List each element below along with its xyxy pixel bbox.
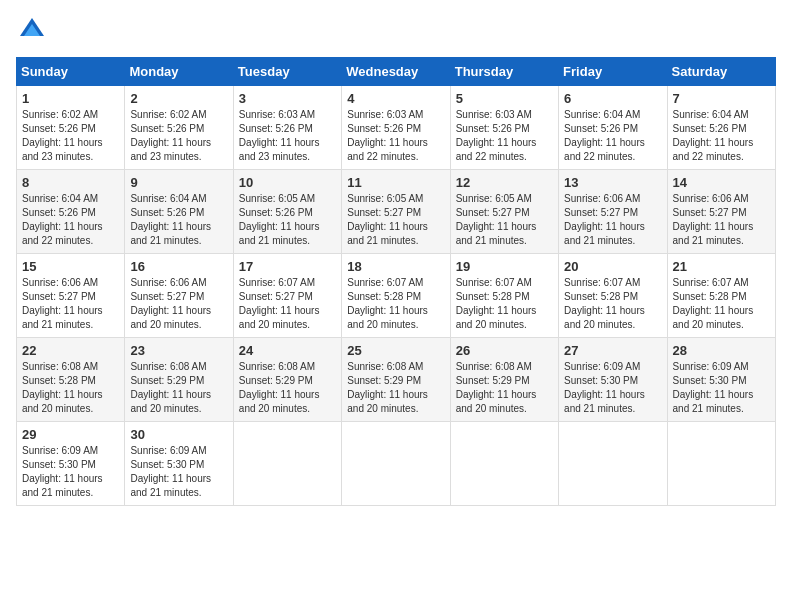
day-cell: 23Sunrise: 6:08 AMSunset: 5:29 PMDayligh… [125,338,233,422]
day-number: 28 [673,343,770,358]
day-cell: 28Sunrise: 6:09 AMSunset: 5:30 PMDayligh… [667,338,775,422]
day-cell: 1Sunrise: 6:02 AMSunset: 5:26 PMDaylight… [17,86,125,170]
day-info: Sunrise: 6:07 AMSunset: 5:28 PMDaylight:… [564,276,661,332]
day-number: 12 [456,175,553,190]
day-cell: 16Sunrise: 6:06 AMSunset: 5:27 PMDayligh… [125,254,233,338]
day-cell: 19Sunrise: 6:07 AMSunset: 5:28 PMDayligh… [450,254,558,338]
logo-text [16,16,46,49]
day-info: Sunrise: 6:09 AMSunset: 5:30 PMDaylight:… [130,444,227,500]
day-number: 23 [130,343,227,358]
day-info: Sunrise: 6:04 AMSunset: 5:26 PMDaylight:… [673,108,770,164]
day-number: 17 [239,259,336,274]
day-number: 22 [22,343,119,358]
day-info: Sunrise: 6:04 AMSunset: 5:26 PMDaylight:… [564,108,661,164]
header-row: SundayMondayTuesdayWednesdayThursdayFrid… [17,58,776,86]
day-number: 6 [564,91,661,106]
week-row-4: 22Sunrise: 6:08 AMSunset: 5:28 PMDayligh… [17,338,776,422]
day-number: 18 [347,259,444,274]
day-cell: 5Sunrise: 6:03 AMSunset: 5:26 PMDaylight… [450,86,558,170]
day-info: Sunrise: 6:09 AMSunset: 5:30 PMDaylight:… [673,360,770,416]
day-number: 10 [239,175,336,190]
day-cell: 3Sunrise: 6:03 AMSunset: 5:26 PMDaylight… [233,86,341,170]
header-cell-monday: Monday [125,58,233,86]
week-row-2: 8Sunrise: 6:04 AMSunset: 5:26 PMDaylight… [17,170,776,254]
day-cell: 4Sunrise: 6:03 AMSunset: 5:26 PMDaylight… [342,86,450,170]
day-cell: 17Sunrise: 6:07 AMSunset: 5:27 PMDayligh… [233,254,341,338]
day-info: Sunrise: 6:04 AMSunset: 5:26 PMDaylight:… [130,192,227,248]
day-cell [559,422,667,506]
calendar-body: 1Sunrise: 6:02 AMSunset: 5:26 PMDaylight… [17,86,776,506]
day-cell: 22Sunrise: 6:08 AMSunset: 5:28 PMDayligh… [17,338,125,422]
day-number: 21 [673,259,770,274]
day-number: 5 [456,91,553,106]
page-header [16,16,776,49]
day-info: Sunrise: 6:09 AMSunset: 5:30 PMDaylight:… [22,444,119,500]
header-cell-thursday: Thursday [450,58,558,86]
day-info: Sunrise: 6:03 AMSunset: 5:26 PMDaylight:… [239,108,336,164]
day-number: 1 [22,91,119,106]
day-info: Sunrise: 6:09 AMSunset: 5:30 PMDaylight:… [564,360,661,416]
day-info: Sunrise: 6:06 AMSunset: 5:27 PMDaylight:… [22,276,119,332]
day-info: Sunrise: 6:08 AMSunset: 5:29 PMDaylight:… [347,360,444,416]
day-number: 9 [130,175,227,190]
day-number: 3 [239,91,336,106]
day-cell: 14Sunrise: 6:06 AMSunset: 5:27 PMDayligh… [667,170,775,254]
header-cell-tuesday: Tuesday [233,58,341,86]
day-number: 13 [564,175,661,190]
week-row-5: 29Sunrise: 6:09 AMSunset: 5:30 PMDayligh… [17,422,776,506]
day-info: Sunrise: 6:07 AMSunset: 5:27 PMDaylight:… [239,276,336,332]
calendar-table: SundayMondayTuesdayWednesdayThursdayFrid… [16,57,776,506]
day-cell: 21Sunrise: 6:07 AMSunset: 5:28 PMDayligh… [667,254,775,338]
day-number: 20 [564,259,661,274]
day-info: Sunrise: 6:08 AMSunset: 5:29 PMDaylight:… [239,360,336,416]
day-cell: 8Sunrise: 6:04 AMSunset: 5:26 PMDaylight… [17,170,125,254]
day-number: 27 [564,343,661,358]
day-info: Sunrise: 6:07 AMSunset: 5:28 PMDaylight:… [347,276,444,332]
day-number: 19 [456,259,553,274]
day-cell: 15Sunrise: 6:06 AMSunset: 5:27 PMDayligh… [17,254,125,338]
day-number: 30 [130,427,227,442]
header-cell-wednesday: Wednesday [342,58,450,86]
day-cell: 10Sunrise: 6:05 AMSunset: 5:26 PMDayligh… [233,170,341,254]
day-info: Sunrise: 6:08 AMSunset: 5:29 PMDaylight:… [456,360,553,416]
day-number: 25 [347,343,444,358]
day-cell: 12Sunrise: 6:05 AMSunset: 5:27 PMDayligh… [450,170,558,254]
header-cell-sunday: Sunday [17,58,125,86]
day-cell: 7Sunrise: 6:04 AMSunset: 5:26 PMDaylight… [667,86,775,170]
day-number: 24 [239,343,336,358]
logo-icon [18,16,46,44]
day-cell: 27Sunrise: 6:09 AMSunset: 5:30 PMDayligh… [559,338,667,422]
day-number: 16 [130,259,227,274]
day-cell: 18Sunrise: 6:07 AMSunset: 5:28 PMDayligh… [342,254,450,338]
day-info: Sunrise: 6:08 AMSunset: 5:29 PMDaylight:… [130,360,227,416]
day-cell: 26Sunrise: 6:08 AMSunset: 5:29 PMDayligh… [450,338,558,422]
day-number: 11 [347,175,444,190]
day-info: Sunrise: 6:05 AMSunset: 5:26 PMDaylight:… [239,192,336,248]
day-cell [667,422,775,506]
day-number: 14 [673,175,770,190]
day-info: Sunrise: 6:03 AMSunset: 5:26 PMDaylight:… [456,108,553,164]
day-info: Sunrise: 6:03 AMSunset: 5:26 PMDaylight:… [347,108,444,164]
day-cell: 25Sunrise: 6:08 AMSunset: 5:29 PMDayligh… [342,338,450,422]
day-info: Sunrise: 6:06 AMSunset: 5:27 PMDaylight:… [130,276,227,332]
calendar-header: SundayMondayTuesdayWednesdayThursdayFrid… [17,58,776,86]
day-cell [233,422,341,506]
week-row-3: 15Sunrise: 6:06 AMSunset: 5:27 PMDayligh… [17,254,776,338]
day-number: 15 [22,259,119,274]
day-cell: 24Sunrise: 6:08 AMSunset: 5:29 PMDayligh… [233,338,341,422]
day-cell: 11Sunrise: 6:05 AMSunset: 5:27 PMDayligh… [342,170,450,254]
day-number: 2 [130,91,227,106]
day-cell: 29Sunrise: 6:09 AMSunset: 5:30 PMDayligh… [17,422,125,506]
day-number: 4 [347,91,444,106]
day-cell: 30Sunrise: 6:09 AMSunset: 5:30 PMDayligh… [125,422,233,506]
day-cell: 13Sunrise: 6:06 AMSunset: 5:27 PMDayligh… [559,170,667,254]
day-info: Sunrise: 6:05 AMSunset: 5:27 PMDaylight:… [347,192,444,248]
day-info: Sunrise: 6:06 AMSunset: 5:27 PMDaylight:… [673,192,770,248]
day-info: Sunrise: 6:05 AMSunset: 5:27 PMDaylight:… [456,192,553,248]
day-number: 26 [456,343,553,358]
day-info: Sunrise: 6:02 AMSunset: 5:26 PMDaylight:… [22,108,119,164]
day-cell: 9Sunrise: 6:04 AMSunset: 5:26 PMDaylight… [125,170,233,254]
day-cell [450,422,558,506]
logo [16,16,46,49]
day-info: Sunrise: 6:06 AMSunset: 5:27 PMDaylight:… [564,192,661,248]
